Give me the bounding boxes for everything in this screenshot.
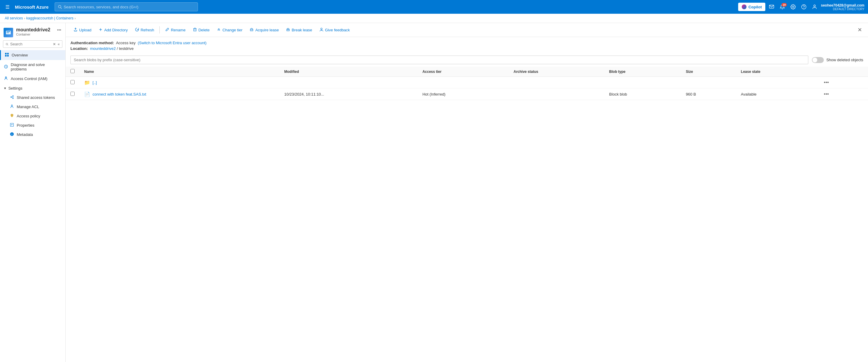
row-1-checkbox[interactable] [70, 80, 74, 84]
change-tier-label: Change tier [222, 28, 242, 32]
add-directory-button[interactable]: Add Directory [95, 26, 131, 34]
sidebar-item-shared-access-tokens[interactable]: Shared access tokens [0, 93, 65, 102]
hamburger-menu[interactable]: ☰ [4, 3, 11, 11]
th-blob-type: Blob type [604, 67, 681, 77]
sidebar-search[interactable]: ✕ « [3, 40, 62, 48]
svg-point-21 [12, 98, 14, 99]
add-directory-label: Add Directory [104, 28, 128, 32]
resource-title: mounteddrive2 [16, 27, 51, 33]
global-search-input[interactable] [64, 5, 195, 9]
svg-rect-15 [7, 55, 9, 56]
feedback-nav-button[interactable] [810, 3, 819, 11]
blob-search-input[interactable] [70, 56, 808, 64]
copilot-icon [742, 4, 746, 9]
search-collapse-icon[interactable]: « [58, 42, 60, 46]
settings-button[interactable] [788, 3, 798, 11]
folder-icon: 📁 [84, 80, 90, 85]
break-lease-button[interactable]: Break lease [283, 26, 315, 34]
break-lease-label: Break lease [291, 28, 312, 32]
iam-icon [4, 76, 8, 81]
row-2-more-button[interactable]: ••• [822, 91, 831, 97]
settings-group-header[interactable]: ▼ Settings [0, 84, 65, 93]
svg-rect-8 [6, 31, 10, 32]
sidebar-item-diagnose-label: Diagnose and solve problems [11, 62, 62, 71]
row-2-filename[interactable]: connect with token feat.SAS.txt [93, 92, 146, 96]
sidebar-search-input[interactable] [10, 42, 51, 46]
breadcrumb-containers[interactable]: kaggleaccountsh | Containers [26, 16, 73, 20]
th-lease-state: Lease state [736, 67, 817, 77]
svg-rect-33 [193, 28, 196, 31]
sidebar-item-metadata[interactable]: i Metadata [0, 130, 65, 139]
refresh-button[interactable]: Refresh [132, 26, 157, 34]
shared-access-icon [9, 95, 14, 100]
sidebar-item-overview-label: Overview [12, 53, 28, 57]
row-2-more-cell: ••• [817, 88, 868, 100]
show-deleted-label: Show deleted objects [826, 58, 863, 62]
sidebar-item-properties[interactable]: Properties [0, 121, 65, 130]
auth-switch-link[interactable]: (Switch to Microsoft Entra user account) [137, 41, 206, 45]
help-button[interactable] [799, 3, 808, 11]
breadcrumb-all-services[interactable]: All services [5, 16, 23, 20]
svg-line-1 [61, 8, 61, 9]
select-all-checkbox[interactable] [70, 69, 74, 73]
svg-point-3 [793, 6, 794, 8]
close-button[interactable]: ✕ [856, 25, 863, 34]
show-deleted-toggle[interactable] [812, 57, 824, 63]
row-2-lease-state: Available [736, 88, 817, 100]
th-access-tier: Access tier [417, 67, 508, 77]
delete-button[interactable]: Delete [190, 26, 213, 34]
sidebar-item-access-policy[interactable]: Access policy [0, 112, 65, 121]
th-size: Size [681, 67, 736, 77]
row-2-name: 📄 connect with token feat.SAS.txt [84, 91, 275, 97]
search-clear-icon[interactable]: ✕ [53, 42, 56, 46]
location-row: Location: mounteddrive2 / testdrive [70, 46, 863, 51]
th-checkbox [66, 67, 80, 77]
notification-badge: 19 [781, 3, 787, 6]
sidebar-item-iam[interactable]: Access Control (IAM) [0, 74, 65, 84]
upload-icon [73, 28, 78, 33]
location-link[interactable]: mounteddrive2 [90, 46, 116, 51]
row-1-more-cell: ••• [817, 77, 868, 88]
resource-info: mounteddrive2 Container [16, 27, 51, 36]
give-feedback-button[interactable]: Give feedback [316, 26, 353, 34]
sidebar-item-manage-acl[interactable]: Manage ACL [0, 102, 65, 112]
row-1-more-button[interactable]: ••• [822, 79, 831, 86]
break-lease-icon [286, 28, 290, 33]
row-2-checkbox[interactable] [70, 92, 74, 96]
svg-point-36 [251, 28, 252, 30]
more-options-icon[interactable]: ••• [56, 27, 62, 33]
copilot-button[interactable]: Copilot [738, 3, 765, 11]
global-search[interactable] [55, 2, 198, 11]
give-feedback-icon [319, 28, 323, 33]
overview-icon [4, 53, 9, 58]
content-area: Upload Add Directory Refresh Rename [66, 23, 868, 362]
delete-label: Delete [198, 28, 210, 32]
row-1-filename[interactable]: [..] [93, 80, 97, 85]
add-directory-icon [98, 28, 103, 33]
row-2-modified: 10/23/2024, 10:11:10... [279, 88, 417, 100]
delete-icon [193, 28, 197, 33]
sidebar-item-overview[interactable]: Overview [0, 50, 65, 60]
svg-point-24 [11, 105, 12, 106]
svg-rect-9 [6, 33, 9, 33]
svg-line-11 [7, 44, 8, 45]
acquire-lease-button[interactable]: Acquire lease [247, 26, 282, 34]
sidebar-item-diagnose[interactable]: Diagnose and solve problems [0, 60, 65, 74]
row-2-blob-type: Block blob [604, 88, 681, 100]
user-directory: DEFAULT DIRECTORY [821, 7, 864, 11]
sidebar-item-access-policy-label: Access policy [17, 114, 40, 118]
main-layout: mounteddrive2 Container ••• ✕ « Overview [0, 23, 868, 362]
svg-point-19 [11, 96, 12, 98]
user-info[interactable]: seohee70428@gmail.com DEFAULT DIRECTORY [821, 3, 864, 11]
row-1-modified [279, 77, 417, 88]
messages-button[interactable] [767, 3, 776, 11]
row-2-access-tier: Hot (Inferred) [417, 88, 508, 100]
svg-rect-25 [10, 123, 14, 127]
upload-button[interactable]: Upload [70, 26, 94, 34]
search-row: Show deleted objects [66, 53, 868, 67]
properties-icon [9, 123, 14, 128]
rename-button[interactable]: Rename [162, 26, 188, 34]
copilot-label: Copilot [748, 5, 762, 9]
notifications-button[interactable]: 19 [778, 3, 787, 11]
change-tier-button[interactable]: Change tier [214, 26, 245, 34]
